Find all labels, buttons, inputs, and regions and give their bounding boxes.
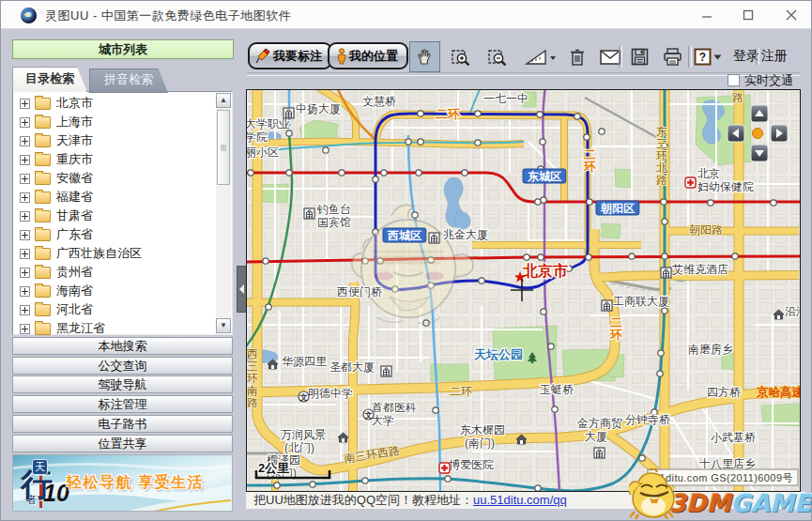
ad-banner[interactable]: 行 天 者 10 轻松导航 享受生活 — [12, 454, 233, 512]
delete-tool-button[interactable] — [561, 41, 592, 72]
tree-item-广西壮族自治区[interactable]: 广西壮族自治区 — [14, 244, 215, 263]
minimize-button[interactable] — [693, 5, 721, 25]
scroll-down-button[interactable]: ▼ — [216, 318, 231, 333]
map-viewport[interactable]: 中扬大厦文慧桥大学职业学院丽小区一七一中钓鱼台国宾馆兆金大厦西便门桥华源四里圣都… — [246, 89, 801, 492]
map-label: 首都医科 — [372, 401, 417, 414]
help-tool-button[interactable]: ? — [694, 41, 722, 72]
register-link[interactable]: 注册 — [761, 48, 788, 65]
tree-item-广东省[interactable]: 广东省 — [14, 225, 215, 244]
zoom-in-tool-button[interactable] — [445, 41, 476, 72]
tree-expand-icon[interactable] — [20, 155, 30, 165]
map-label: 十八里店乡 — [699, 457, 756, 470]
zoom-out-tool-button[interactable] — [482, 41, 513, 72]
transit-station — [662, 219, 667, 224]
transit-station — [323, 147, 329, 153]
pan-down-button[interactable] — [751, 145, 768, 161]
sidebar-button-公交查询[interactable]: 公交查询 — [12, 357, 233, 375]
realtime-traffic-option[interactable]: 实时交通 — [728, 73, 793, 87]
map-label: 国宾馆 — [317, 216, 351, 229]
svg-text:东城区: 东城区 — [527, 170, 561, 183]
map-label: 妇幼保健院 — [697, 180, 754, 193]
folder-icon — [35, 210, 51, 222]
tree-expand-icon[interactable] — [20, 305, 30, 315]
sidebar-button-电子路书[interactable]: 电子路书 — [12, 415, 233, 433]
sidebar-button-驾驶导航[interactable]: 驾驶导航 — [12, 375, 233, 393]
map-label: 兆金大厦 — [443, 228, 488, 241]
measure-tool-button[interactable] — [521, 41, 560, 72]
tree-item-上海市[interactable]: 上海市 — [14, 113, 215, 131]
pan-left-button[interactable] — [728, 125, 744, 142]
tree-expand-icon[interactable] — [20, 286, 30, 297]
building-poi-icon — [661, 268, 671, 278]
tree-item-天津市[interactable]: 天津市 — [14, 131, 215, 150]
building-poi-icon — [429, 233, 439, 243]
save-tool-button[interactable] — [624, 41, 655, 72]
tab-directory-search[interactable]: 目录检索 — [12, 67, 87, 92]
scroll-up-button[interactable]: ▲ — [216, 93, 231, 108]
svg-text:文: 文 — [299, 392, 308, 402]
map-label: 一七一中 — [483, 92, 529, 105]
maximize-button[interactable] — [734, 5, 762, 25]
tree-item-label: 安徽省 — [56, 170, 93, 187]
svg-text:朝阳区: 朝阳区 — [600, 202, 635, 215]
tree-expand-icon[interactable] — [20, 324, 30, 334]
map-label: 万润风景 — [281, 428, 326, 441]
tree-expand-icon[interactable] — [20, 211, 30, 222]
tree-scrollbar[interactable]: ▲ ▼ — [216, 93, 231, 333]
transit-station — [418, 139, 423, 145]
pan-up-button[interactable] — [751, 105, 768, 122]
tree-item-北京市[interactable]: 北京市 — [14, 94, 215, 113]
tree-item-甘肃省[interactable]: 甘肃省 — [14, 207, 215, 225]
status-link[interactable]: uu.51ditu.com/qq — [473, 493, 567, 507]
transit-station — [362, 478, 368, 483]
tree-expand-icon[interactable] — [20, 174, 30, 184]
print-tool-button[interactable] — [657, 41, 688, 72]
pan-right-button[interactable] — [771, 125, 788, 142]
transit-station — [708, 200, 713, 206]
transit-station — [584, 134, 590, 140]
tree-expand-icon[interactable] — [20, 230, 30, 240]
transit-station — [541, 197, 546, 203]
nav-center-button[interactable] — [753, 129, 763, 139]
tree-expand-icon[interactable] — [20, 117, 30, 128]
annotate-label: 我要标注 — [273, 48, 322, 65]
tree-item-河北省[interactable]: 河北省 — [14, 300, 215, 319]
tree-item-黑龙江省[interactable]: 黑龙江省 — [14, 319, 215, 338]
tree-expand-icon[interactable] — [20, 136, 30, 146]
transit-station — [475, 111, 481, 116]
transit-station — [433, 407, 438, 413]
tree-expand-icon[interactable] — [20, 268, 30, 278]
tree-item-贵州省[interactable]: 贵州省 — [14, 263, 215, 282]
tree-item-海南省[interactable]: 海南省 — [14, 282, 215, 300]
my-location-button[interactable]: 我的位置 — [328, 42, 408, 69]
watermark-3dmgame: 3DMGAME — [669, 489, 811, 517]
scroll-thumb[interactable] — [217, 110, 230, 185]
tree-expand-icon[interactable] — [20, 249, 30, 259]
map-label: 丽小区 — [247, 146, 279, 159]
map-canvas[interactable]: 中扬大厦文慧桥大学职业学院丽小区一七一中钓鱼台国宾馆兆金大厦西便门桥华源四里圣都… — [247, 90, 800, 491]
tree-item-重庆市[interactable]: 重庆市 — [14, 150, 215, 169]
map-label: 天坛公园 — [473, 347, 523, 361]
pan-tool-button[interactable] — [409, 41, 440, 72]
close-button[interactable] — [777, 5, 805, 25]
svg-text:?: ? — [699, 51, 706, 64]
transit-station — [339, 170, 345, 176]
tree-item-安徽省[interactable]: 安徽省 — [14, 169, 215, 188]
transit-station — [662, 253, 667, 259]
building-poi-icon — [381, 366, 391, 376]
transit-station — [661, 199, 666, 205]
transit-station — [274, 483, 280, 488]
tree-expand-icon[interactable] — [20, 99, 30, 109]
window-title: 灵图UU - 中国第一款免费绿色电子地图软件 — [45, 8, 291, 24]
annotate-button[interactable]: 我要标注 — [248, 42, 332, 69]
tree-item-label: 北京市 — [56, 95, 93, 112]
sidebar-button-位置共享[interactable]: 位置共享 — [12, 435, 233, 452]
map-label: 学院 — [247, 130, 268, 144]
tree-expand-icon[interactable] — [20, 192, 30, 203]
transit-station — [248, 170, 253, 176]
sidebar-button-标注管理[interactable]: 标注管理 — [12, 395, 233, 413]
tab-pinyin-search[interactable]: 拼音检索 — [89, 69, 168, 93]
sidebar-button-本地搜索[interactable]: 本地搜索 — [12, 337, 233, 355]
tree-item-福建省[interactable]: 福建省 — [14, 188, 215, 207]
traffic-checkbox[interactable] — [728, 74, 740, 86]
